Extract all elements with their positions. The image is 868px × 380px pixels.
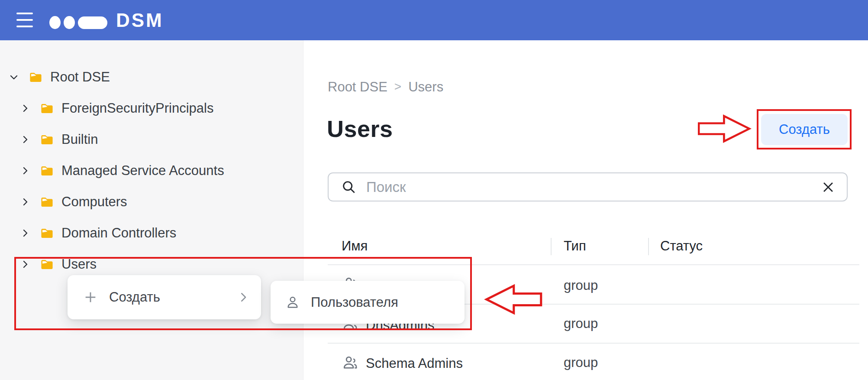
logo-dot-icon xyxy=(49,16,61,29)
tree-item-label: Root DSE xyxy=(50,69,110,85)
tree-item-label: ForeignSecurityPrincipals xyxy=(61,101,213,116)
row-type: group xyxy=(564,316,598,331)
row-name: Schema Admins xyxy=(366,356,463,371)
tree-item-label: Builtin xyxy=(61,132,98,147)
breadcrumb-root[interactable]: Root DSE xyxy=(328,79,387,95)
tree-item-managed-service-accounts[interactable]: Managed Service Accounts xyxy=(0,155,303,186)
menu-item-label: Пользователя xyxy=(311,295,398,310)
table-header-underline xyxy=(328,264,859,265)
annotation-arrow-right-icon xyxy=(698,114,752,144)
user-icon xyxy=(285,295,300,310)
row-type: group xyxy=(564,355,598,370)
tree-item-root-dse[interactable]: Root DSE xyxy=(0,62,303,93)
hamburger-menu-icon[interactable] xyxy=(16,13,33,27)
tree-item-domain-controllers[interactable]: Domain Controllers xyxy=(0,218,303,249)
folder-icon xyxy=(40,226,54,240)
group-icon xyxy=(342,354,359,371)
tree-item-label: Domain Controllers xyxy=(61,225,176,241)
column-header-name: Имя xyxy=(342,238,368,254)
chevron-right-icon[interactable] xyxy=(20,134,30,145)
top-bar: DSM xyxy=(0,0,868,40)
create-button[interactable]: Создать xyxy=(761,114,848,145)
search-input[interactable] xyxy=(365,179,821,196)
chevron-right-icon xyxy=(237,291,250,304)
clear-search-icon[interactable] xyxy=(821,180,836,195)
search-icon xyxy=(341,179,357,195)
row-type: group xyxy=(564,278,598,293)
chevron-right-icon[interactable] xyxy=(20,166,30,176)
submenu-item-user[interactable]: Пользователя xyxy=(271,281,465,324)
directory-tree: Root DSE ForeignSecurityPrincipals Built… xyxy=(0,62,303,280)
menu-item-label: Создать xyxy=(109,289,160,305)
tree-item-label: Managed Service Accounts xyxy=(61,163,224,179)
page-title: Users xyxy=(327,115,393,142)
chevron-right-icon[interactable] xyxy=(20,103,30,114)
folder-icon xyxy=(40,101,54,116)
column-header-status: Статус xyxy=(660,238,703,254)
chevron-down-icon[interactable] xyxy=(9,72,19,82)
tree-item-computers[interactable]: Computers xyxy=(0,186,303,218)
search-box xyxy=(328,172,848,201)
tree-item-label: Computers xyxy=(61,194,127,210)
folder-icon xyxy=(40,164,54,178)
column-header-type: Тип xyxy=(564,238,586,254)
context-menu-item-create[interactable]: Создать xyxy=(68,275,261,319)
folder-icon xyxy=(29,70,43,84)
tree-item-label: Users xyxy=(61,257,97,272)
chevron-right-icon[interactable] xyxy=(20,228,30,238)
plus-icon xyxy=(83,290,98,305)
context-submenu: Пользователя xyxy=(271,281,465,324)
tree-item-foreignsecurityprincipals[interactable]: ForeignSecurityPrincipals xyxy=(0,93,303,124)
tree-item-builtin[interactable]: Builtin xyxy=(0,124,303,155)
logo-pill-icon xyxy=(78,16,107,29)
chevron-right-icon[interactable] xyxy=(20,259,30,270)
context-menu: Создать xyxy=(68,275,261,319)
app-title: DSM xyxy=(116,0,164,40)
breadcrumb-current: Users xyxy=(408,79,443,95)
breadcrumb: Root DSE > Users xyxy=(328,79,443,95)
logo-dot-icon xyxy=(64,16,75,29)
app-logo-icon xyxy=(49,16,107,29)
chevron-right-icon[interactable] xyxy=(20,197,30,207)
folder-icon xyxy=(40,133,54,147)
folder-icon xyxy=(40,195,54,209)
column-divider xyxy=(648,238,649,255)
folder-icon xyxy=(40,257,54,272)
create-button-label: Создать xyxy=(779,122,830,137)
sidebar: Root DSE ForeignSecurityPrincipals Built… xyxy=(0,40,303,380)
table-row[interactable]: Schema Admins group xyxy=(328,344,859,380)
breadcrumb-separator: > xyxy=(394,80,401,94)
column-divider xyxy=(551,238,552,255)
